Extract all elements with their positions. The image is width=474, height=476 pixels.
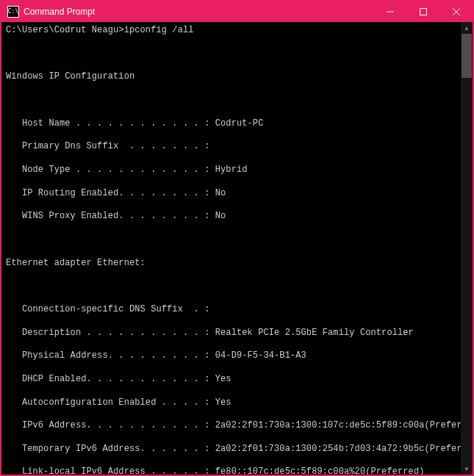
maximize-button[interactable] <box>406 1 439 22</box>
close-icon <box>453 8 460 15</box>
eth-desc-line: Description . . . . . . . . . . . : Real… <box>6 328 461 339</box>
eth-autoconf-line: Autoconfiguration Enabled . . . . : Yes <box>6 397 461 409</box>
blank <box>6 281 461 292</box>
eth-ipv6-temp-line: Temporary IPv6 Address. . . . . . : 2a02… <box>6 444 461 455</box>
section-header-ipconfig: Windows IP Configuration <box>6 71 461 83</box>
eth-ipv6-ll-line: Link-local IPv6 Address . . . . . : fe80… <box>6 466 461 475</box>
blank <box>6 48 461 60</box>
terminal-area: C:\Users\Codrut Neagu>ipconfig /all Wind… <box>1 22 473 475</box>
close-button[interactable] <box>439 1 473 22</box>
minimize-button[interactable] <box>373 1 406 22</box>
minimize-icon <box>387 8 394 15</box>
eth-phys-line: Physical Address. . . . . . . . . : 04-D… <box>6 350 461 362</box>
maximize-icon <box>420 8 427 15</box>
node-type-line: Node Type . . . . . . . . . . . . : Hybr… <box>6 165 461 176</box>
wins-proxy-line: WINS Proxy Enabled. . . . . . . . : No <box>6 211 461 223</box>
cmd-icon: C:\ <box>7 6 19 18</box>
prompt-path: C:\Users\Codrut Neagu> <box>6 25 124 35</box>
svg-rect-1 <box>420 9 426 15</box>
host-name-line: Host Name . . . . . . . . . . . . : Codr… <box>6 118 461 130</box>
prompt-command: ipconfig /all <box>124 25 194 35</box>
ip-routing-line: IP Routing Enabled. . . . . . . . : No <box>6 188 461 200</box>
eth-conn-dns-line: Connection-specific DNS Suffix . : <box>6 304 461 316</box>
blank <box>6 95 461 107</box>
vertical-scrollbar[interactable]: ▲ ▼ <box>461 22 473 475</box>
terminal-output[interactable]: C:\Users\Codrut Neagu>ipconfig /all Wind… <box>1 22 461 475</box>
blank <box>6 234 461 246</box>
primary-dns-line: Primary Dns Suffix . . . . . . . : <box>6 141 461 153</box>
eth-ipv6-line: IPv6 Address. . . . . . . . . . . : 2a02… <box>6 420 461 432</box>
window-titlebar: C:\ Command Prompt <box>1 1 473 22</box>
section-header-ethernet: Ethernet adapter Ethernet: <box>6 258 461 270</box>
scroll-up-arrow-icon[interactable]: ▲ <box>461 22 473 34</box>
scrollbar-thumb[interactable] <box>462 34 472 78</box>
eth-dhcp-en-line: DHCP Enabled. . . . . . . . . . . : Yes <box>6 374 461 386</box>
prompt-line: C:\Users\Codrut Neagu>ipconfig /all <box>6 25 461 37</box>
scroll-down-arrow-icon[interactable]: ▼ <box>461 463 473 475</box>
window-title: Command Prompt <box>24 7 373 17</box>
window-controls <box>373 1 473 22</box>
